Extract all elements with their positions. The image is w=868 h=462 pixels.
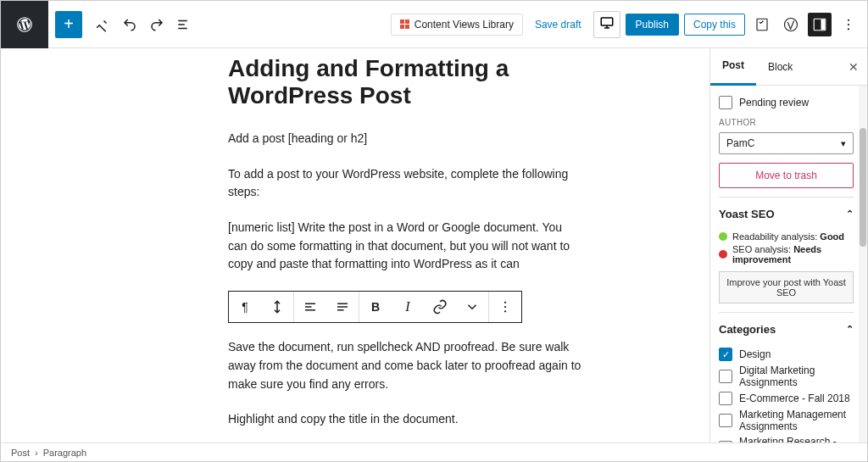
panel-yoast[interactable]: Yoast SEO⌃ — [719, 197, 854, 229]
more-options-icon[interactable] — [837, 13, 860, 36]
paragraph-block[interactable]: Save the document, run spellcheck AND pr… — [228, 338, 584, 393]
wordpress-logo[interactable] — [1, 1, 48, 48]
link-button[interactable] — [424, 292, 456, 322]
svg-rect-1 — [178, 19, 187, 21]
svg-rect-4 — [601, 18, 613, 25]
paragraph-block[interactable]: [numeric list] Write the post in a Word … — [228, 219, 584, 274]
category-checkbox[interactable]: ✓Design — [719, 348, 854, 361]
content-views-button[interactable]: Content Views Library — [391, 14, 523, 36]
pending-review-checkbox[interactable]: Pending review — [719, 96, 854, 109]
paragraph-block[interactable]: Add a post [heading or h2] — [228, 130, 584, 148]
svg-rect-17 — [337, 309, 344, 311]
svg-rect-16 — [337, 306, 348, 308]
add-block-button[interactable]: + — [55, 11, 82, 38]
settings-panel-icon[interactable] — [808, 13, 832, 36]
italic-button[interactable]: I — [392, 292, 424, 322]
category-checkbox[interactable]: Marketing Management Assignments — [719, 409, 854, 432]
category-checkbox[interactable]: Marketing Research - Summer 2018 — [719, 436, 854, 443]
readability-row: Readability analysis: Good — [719, 231, 854, 242]
paragraph-type-icon[interactable]: ¶ — [229, 292, 261, 322]
align-icon[interactable] — [294, 292, 326, 322]
status-dot-good — [719, 232, 727, 241]
svg-rect-3 — [178, 27, 187, 29]
save-draft-button[interactable]: Save draft — [528, 14, 588, 35]
editor-canvas[interactable]: Adding and Formatting a WordPress Post A… — [1, 48, 709, 443]
svg-rect-12 — [305, 303, 315, 305]
svg-point-9 — [848, 19, 849, 20]
top-toolbar: + Content Views Library Save draft Publi… — [1, 1, 867, 48]
status-dot-bad — [719, 250, 727, 259]
sidebar-tabs: Post Block ✕ — [710, 48, 867, 86]
tab-block[interactable]: Block — [756, 48, 804, 86]
svg-rect-15 — [337, 303, 348, 305]
undo-icon[interactable] — [118, 13, 142, 36]
svg-rect-5 — [757, 19, 767, 31]
edit-mode-icon[interactable] — [91, 13, 114, 36]
svg-point-19 — [504, 306, 506, 308]
grid-icon — [400, 19, 409, 29]
svg-point-20 — [504, 310, 506, 312]
sidebar-scrollbar[interactable] — [859, 86, 867, 443]
align-dropdown-icon[interactable] — [326, 292, 359, 322]
scrollbar-thumb[interactable] — [860, 128, 866, 247]
breadcrumb-root[interactable]: Post — [11, 448, 30, 458]
panel-categories[interactable]: Categories⌃ — [719, 312, 854, 344]
author-label: Author — [719, 118, 854, 127]
checklist-icon[interactable] — [750, 13, 774, 36]
svg-point-10 — [848, 23, 849, 25]
preview-button[interactable] — [593, 11, 620, 38]
tab-post[interactable]: Post — [710, 48, 756, 86]
bold-button[interactable]: B — [359, 292, 392, 322]
chevron-right-icon: › — [35, 448, 38, 458]
chevron-down-icon[interactable] — [456, 292, 488, 322]
paragraph-block[interactable]: To add a post to your WordPress website,… — [228, 165, 584, 202]
transform-icon[interactable] — [261, 292, 293, 322]
settings-sidebar: Post Block ✕ Pending review Author PamC▾… — [709, 48, 867, 443]
svg-rect-2 — [178, 24, 185, 25]
block-toolbar: ¶ BI — [228, 291, 522, 323]
publish-button[interactable]: Publish — [626, 14, 679, 36]
category-checkbox[interactable]: E-Commerce - Fall 2018 — [719, 392, 854, 405]
seo-analysis-row: SEO analysis: Needs improvement — [719, 244, 854, 264]
svg-rect-8 — [821, 19, 826, 30]
category-checkbox[interactable]: Digital Marketing Assignments — [719, 365, 854, 388]
breadcrumb: Post › Paragraph — [1, 443, 867, 461]
svg-rect-14 — [305, 309, 315, 311]
svg-point-11 — [848, 28, 849, 30]
svg-rect-13 — [305, 306, 312, 308]
more-icon[interactable] — [489, 292, 521, 322]
content-views-label: Content Views Library — [415, 19, 514, 31]
yoast-icon[interactable] — [779, 13, 803, 36]
wordpress-icon — [17, 17, 32, 32]
breadcrumb-current[interactable]: Paragraph — [43, 448, 86, 458]
author-select[interactable]: PamC▾ — [719, 132, 854, 154]
yoast-improve-button[interactable]: Improve your post with Yoast SEO — [719, 271, 854, 303]
chevron-up-icon: ⌃ — [846, 324, 854, 335]
copy-this-button[interactable]: Copy this — [684, 14, 745, 36]
svg-point-18 — [504, 302, 506, 303]
redo-icon[interactable] — [145, 13, 169, 36]
details-icon[interactable] — [172, 13, 196, 36]
chevron-up-icon: ⌃ — [846, 209, 854, 220]
post-title[interactable]: Adding and Formatting a WordPress Post — [228, 55, 584, 109]
close-sidebar-icon[interactable]: ✕ — [840, 60, 867, 74]
move-to-trash-button[interactable]: Move to trash — [719, 163, 854, 188]
paragraph-block[interactable]: Highlight and copy the title in the docu… — [228, 410, 584, 429]
